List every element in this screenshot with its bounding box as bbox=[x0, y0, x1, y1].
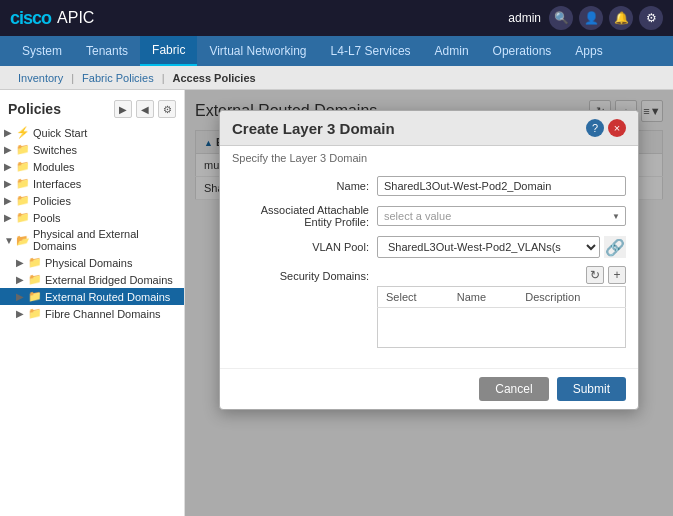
sidebar-item-fibre-channel-domains[interactable]: ▶ 📁 Fibre Channel Domains bbox=[0, 305, 184, 322]
create-layer3-domain-modal: Create Layer 3 Domain ? × Specify the La… bbox=[219, 110, 639, 410]
sidebar-item-label: Physical and External Domains bbox=[33, 228, 180, 252]
folder-icon: 📁 bbox=[16, 194, 30, 207]
sidebar-item-physical-domains[interactable]: ▶ 📁 Physical Domains bbox=[0, 254, 184, 271]
modal-footer: Cancel Submit bbox=[220, 368, 638, 409]
main-navbar: System Tenants Fabric Virtual Networking… bbox=[0, 36, 673, 66]
security-refresh-btn[interactable]: ↻ bbox=[586, 266, 604, 284]
folder-icon: 📁 bbox=[28, 273, 42, 286]
name-input[interactable] bbox=[377, 176, 626, 196]
subnav-fabric-policies[interactable]: Fabric Policies bbox=[74, 72, 162, 84]
nav-item-l4l7[interactable]: L4-L7 Services bbox=[319, 36, 423, 66]
folder-icon: 📂 bbox=[16, 234, 30, 247]
app-title: APIC bbox=[57, 9, 94, 27]
col-select: Select bbox=[378, 287, 449, 308]
sidebar-item-external-routed-domains[interactable]: ▶ 📁 External Routed Domains bbox=[0, 288, 184, 305]
folder-icon: 📁 bbox=[28, 307, 42, 320]
modal-close-btn[interactable]: × bbox=[608, 119, 626, 137]
folder-icon: 📁 bbox=[16, 177, 30, 190]
security-domains-wrap: ↻ + Select Name Description bbox=[377, 266, 626, 348]
vlan-pool-select[interactable]: SharedL3Out-West-Pod2_VLANs(s bbox=[377, 236, 600, 258]
user-label: admin bbox=[508, 11, 541, 25]
nav-item-operations[interactable]: Operations bbox=[481, 36, 564, 66]
nav-item-system[interactable]: System bbox=[10, 36, 74, 66]
cancel-button[interactable]: Cancel bbox=[479, 377, 548, 401]
folder-icon: 📁 bbox=[28, 256, 42, 269]
sidebar-collapse-btn[interactable]: ◀ bbox=[136, 100, 154, 118]
sidebar-item-label: Policies bbox=[33, 195, 71, 207]
aep-select[interactable]: select a value bbox=[377, 206, 626, 226]
subnav-access-policies[interactable]: Access Policies bbox=[165, 72, 264, 84]
sidebar: Policies ▶ ◀ ⚙ ▶ ⚡ Quick Start ▶ 📁 Switc… bbox=[0, 90, 185, 516]
security-domains-row: Security Domains: ↻ + Select Name bbox=[232, 266, 626, 348]
sidebar-item-label: External Routed Domains bbox=[45, 291, 170, 303]
security-add-btn[interactable]: + bbox=[608, 266, 626, 284]
sidebar-item-switches[interactable]: ▶ 📁 Switches bbox=[0, 141, 184, 158]
user-icon[interactable]: 👤 bbox=[579, 6, 603, 30]
expand-icon: ▼ bbox=[4, 235, 16, 246]
submit-button[interactable]: Submit bbox=[557, 377, 626, 401]
content-area: External Routed Domains ↻ ↓ ≡▼ ▲ Externa… bbox=[185, 90, 673, 516]
cisco-logo: cisco bbox=[10, 8, 51, 29]
search-icon[interactable]: 🔍 bbox=[549, 6, 573, 30]
expand-icon: ▶ bbox=[4, 212, 16, 223]
name-field-row: Name: bbox=[232, 176, 626, 196]
sidebar-item-label: Quick Start bbox=[33, 127, 87, 139]
sidebar-header: Policies ▶ ◀ ⚙ bbox=[0, 94, 184, 124]
security-table-row bbox=[378, 308, 626, 348]
nav-item-virtual-networking[interactable]: Virtual Networking bbox=[197, 36, 318, 66]
sidebar-item-physical-external-domains[interactable]: ▼ 📂 Physical and External Domains bbox=[0, 226, 184, 254]
aep-field-row: Associated AttachableEntity Profile: sel… bbox=[232, 204, 626, 228]
folder-icon: 📁 bbox=[16, 160, 30, 173]
sidebar-item-pools[interactable]: ▶ 📁 Pools bbox=[0, 209, 184, 226]
security-domains-table: Select Name Description bbox=[377, 286, 626, 348]
bell-icon[interactable]: 🔔 bbox=[609, 6, 633, 30]
nav-item-admin[interactable]: Admin bbox=[423, 36, 481, 66]
expand-icon: ▶ bbox=[4, 144, 16, 155]
col-name: Name bbox=[449, 287, 518, 308]
sidebar-expand-btn[interactable]: ▶ bbox=[114, 100, 132, 118]
sidebar-item-policies[interactable]: ▶ 📁 Policies bbox=[0, 192, 184, 209]
vlan-pool-label: VLAN Pool: bbox=[232, 241, 377, 253]
expand-icon: ▶ bbox=[16, 257, 28, 268]
sidebar-item-modules[interactable]: ▶ 📁 Modules bbox=[0, 158, 184, 175]
folder-icon: 📁 bbox=[28, 290, 42, 303]
vlan-pool-controls: SharedL3Out-West-Pod2_VLANs(s 🔗 bbox=[377, 236, 626, 258]
expand-icon: ▶ bbox=[4, 178, 16, 189]
sidebar-menu-btn[interactable]: ⚙ bbox=[158, 100, 176, 118]
aep-label: Associated AttachableEntity Profile: bbox=[232, 204, 377, 228]
folder-icon: 📁 bbox=[16, 211, 30, 224]
modal-overlay: Create Layer 3 Domain ? × Specify the La… bbox=[185, 90, 673, 516]
subnav-inventory[interactable]: Inventory bbox=[10, 72, 71, 84]
main-layout: Policies ▶ ◀ ⚙ ▶ ⚡ Quick Start ▶ 📁 Switc… bbox=[0, 90, 673, 516]
expand-icon: ▶ bbox=[16, 291, 28, 302]
modal-title: Create Layer 3 Domain bbox=[232, 120, 395, 137]
modal-body: Name: Associated AttachableEntity Profil… bbox=[220, 168, 638, 368]
expand-icon: ▶ bbox=[4, 127, 16, 138]
col-description: Description bbox=[517, 287, 625, 308]
sidebar-item-external-bridged-domains[interactable]: ▶ 📁 External Bridged Domains bbox=[0, 271, 184, 288]
nav-item-tenants[interactable]: Tenants bbox=[74, 36, 140, 66]
sidebar-title: Policies bbox=[8, 101, 61, 117]
sidebar-controls: ▶ ◀ ⚙ bbox=[114, 100, 176, 118]
sidebar-item-interfaces[interactable]: ▶ 📁 Interfaces bbox=[0, 175, 184, 192]
folder-icon: 📁 bbox=[16, 143, 30, 156]
modal-help-btn[interactable]: ? bbox=[586, 119, 604, 137]
modal-header: Create Layer 3 Domain ? × bbox=[220, 111, 638, 146]
vlan-pool-wrap: SharedL3Out-West-Pod2_VLANs(s 🔗 bbox=[377, 236, 626, 258]
sidebar-item-label: Pools bbox=[33, 212, 61, 224]
security-domains-label: Security Domains: bbox=[232, 266, 377, 282]
sidebar-item-label: Switches bbox=[33, 144, 77, 156]
sidebar-item-quick-start[interactable]: ▶ ⚡ Quick Start bbox=[0, 124, 184, 141]
vlan-pool-edit-btn[interactable]: 🔗 bbox=[604, 236, 626, 258]
sidebar-item-label: Fibre Channel Domains bbox=[45, 308, 161, 320]
sidebar-item-label: Interfaces bbox=[33, 178, 81, 190]
nav-item-apps[interactable]: Apps bbox=[563, 36, 614, 66]
expand-icon: ▶ bbox=[4, 161, 16, 172]
settings-icon[interactable]: ⚙ bbox=[639, 6, 663, 30]
sub-navbar: Inventory | Fabric Policies | Access Pol… bbox=[0, 66, 673, 90]
header-icons: 🔍 👤 🔔 ⚙ bbox=[549, 6, 663, 30]
top-header: cisco APIC admin 🔍 👤 🔔 ⚙ bbox=[0, 0, 673, 36]
name-input-wrap bbox=[377, 176, 626, 196]
modal-subtitle: Specify the Layer 3 Domain bbox=[220, 146, 638, 168]
nav-item-fabric[interactable]: Fabric bbox=[140, 36, 197, 66]
